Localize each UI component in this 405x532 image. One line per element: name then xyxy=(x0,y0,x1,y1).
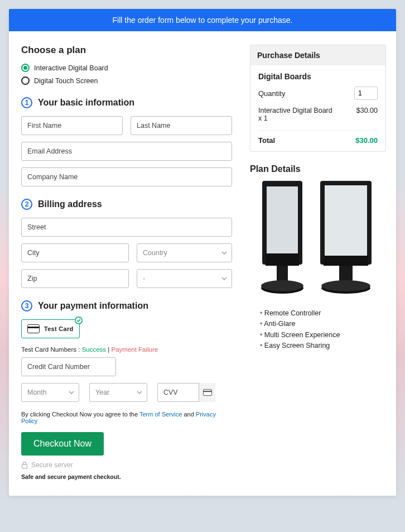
purchase-details-header: Purchase Details xyxy=(250,45,385,65)
step-number-1: 1 xyxy=(21,97,32,108)
email-input[interactable] xyxy=(21,142,232,161)
svg-rect-5 xyxy=(22,464,27,468)
testnums-prefix: Test Card Numbers : xyxy=(21,346,80,353)
feature-list: • Remote Controller • Anti-Glare • Multi… xyxy=(250,308,386,352)
section-title-text: Billing address xyxy=(38,199,102,209)
card-tile-label: Test Card xyxy=(44,325,74,332)
line-item-price: $30.00 xyxy=(356,107,378,122)
section-payment: 3 Your payment information xyxy=(21,300,232,311)
agree-text: By clicking Checkout Now you agree to th… xyxy=(21,411,232,424)
step-number-3: 3 xyxy=(21,300,32,311)
city-input[interactable] xyxy=(21,243,129,262)
payment-method-tile[interactable]: Test Card xyxy=(21,319,80,338)
svg-rect-15 xyxy=(339,266,353,281)
check-badge-icon xyxy=(75,317,83,326)
feature-text: Easy Screen Sharing xyxy=(264,342,330,349)
svg-rect-4 xyxy=(203,391,212,392)
company-input[interactable] xyxy=(21,167,232,186)
summary-column: Purchase Details Digital Boards Quantity… xyxy=(244,31,396,496)
kiosk-icon xyxy=(258,181,311,298)
credit-card-icon xyxy=(27,324,40,333)
purchase-details-box: Purchase Details Digital Boards Quantity… xyxy=(250,45,386,152)
agree-prefix: By clicking Checkout Now you agree to th… xyxy=(21,411,139,418)
feature-item: • Easy Screen Sharing xyxy=(260,341,386,351)
svg-rect-3 xyxy=(203,390,211,396)
feature-text: Remote Controller xyxy=(264,309,321,317)
radio-selected-icon xyxy=(21,64,30,72)
cvv-field[interactable] xyxy=(157,383,215,402)
quantity-input[interactable] xyxy=(354,87,378,100)
chevron-down-icon xyxy=(137,391,142,394)
month-select[interactable]: Month xyxy=(21,383,79,402)
lock-icon xyxy=(21,461,28,469)
checkout-card: Fill the order form below to complete yo… xyxy=(9,9,396,496)
test-failure-link[interactable]: Payment Failure xyxy=(112,346,158,353)
svg-rect-14 xyxy=(324,256,368,266)
state-select[interactable]: - xyxy=(137,269,232,288)
total-value: $30.00 xyxy=(355,136,378,145)
svg-rect-13 xyxy=(325,185,367,256)
testnums-sep: | xyxy=(106,346,111,353)
banner: Fill the order form below to complete yo… xyxy=(9,9,396,31)
state-value: - xyxy=(137,269,232,288)
plan-option-label: Digital Touch Screen xyxy=(34,77,98,85)
test-success-link[interactable]: Success xyxy=(82,346,106,353)
tos-link[interactable]: Term of Service xyxy=(139,411,182,418)
section-basic-info: 1 Your basic information xyxy=(21,97,232,108)
plan-details-heading: Plan Details xyxy=(250,164,386,174)
plan-option-label: Interactive Digital Board xyxy=(34,64,108,72)
svg-point-17 xyxy=(321,280,370,291)
total-row: Total $30.00 xyxy=(258,130,378,145)
plan-option-touch[interactable]: Digital Touch Screen xyxy=(21,76,232,85)
section-title-text: Your payment information xyxy=(38,301,148,311)
agree-and: and xyxy=(182,411,195,418)
svg-point-11 xyxy=(261,280,303,291)
form-column: Choose a plan Interactive Digital Board … xyxy=(9,31,244,496)
secure-label: Secure server xyxy=(31,461,73,469)
line-item-label: Interactive Digital Board x 1 xyxy=(258,107,336,122)
step-number-2: 2 xyxy=(21,199,32,210)
svg-rect-9 xyxy=(277,266,288,281)
feature-text: Multi Screen Experience xyxy=(264,331,340,339)
total-label: Total xyxy=(258,136,275,145)
cvv-card-icon xyxy=(199,383,215,402)
country-select[interactable]: Country xyxy=(137,243,232,262)
last-name-input[interactable] xyxy=(131,116,232,135)
street-input[interactable] xyxy=(21,218,232,237)
purchase-section-name: Digital Boards xyxy=(258,72,378,81)
choose-plan-heading: Choose a plan xyxy=(21,45,232,56)
plan-image xyxy=(250,181,386,298)
test-card-numbers: Test Card Numbers : Success | Payment Fa… xyxy=(21,346,232,353)
section-title-text: Your basic information xyxy=(38,98,134,108)
checkout-button[interactable]: Checkout Now xyxy=(21,432,104,456)
svg-rect-8 xyxy=(266,253,299,266)
first-name-input[interactable] xyxy=(21,116,123,135)
chevron-down-icon xyxy=(221,277,227,280)
feature-item: • Remote Controller xyxy=(260,308,386,319)
section-billing: 2 Billing address xyxy=(21,199,232,210)
svg-rect-7 xyxy=(267,186,298,253)
radio-unselected-icon xyxy=(21,76,30,85)
country-value: Country xyxy=(137,243,232,262)
secure-server-row: Secure server xyxy=(21,461,232,469)
zip-input[interactable] xyxy=(21,269,129,288)
svg-rect-1 xyxy=(27,327,40,328)
line-item-row: Interactive Digital Board x 1 $30.00 xyxy=(258,107,378,122)
svg-rect-0 xyxy=(28,325,40,333)
plan-option-interactive[interactable]: Interactive Digital Board xyxy=(21,64,232,72)
feature-text: Anti-Glare xyxy=(264,320,295,328)
kiosk-icon xyxy=(317,181,378,298)
feature-item: • Multi Screen Experience xyxy=(260,330,386,341)
chevron-down-icon xyxy=(69,391,74,394)
feature-item: • Anti-Glare xyxy=(260,319,386,329)
quantity-label: Quantity xyxy=(258,89,285,98)
year-select[interactable]: Year xyxy=(89,383,147,402)
safe-note: Safe and secure payment checkout. xyxy=(21,473,232,480)
chevron-down-icon xyxy=(221,251,227,255)
cc-number-input[interactable] xyxy=(21,357,116,376)
